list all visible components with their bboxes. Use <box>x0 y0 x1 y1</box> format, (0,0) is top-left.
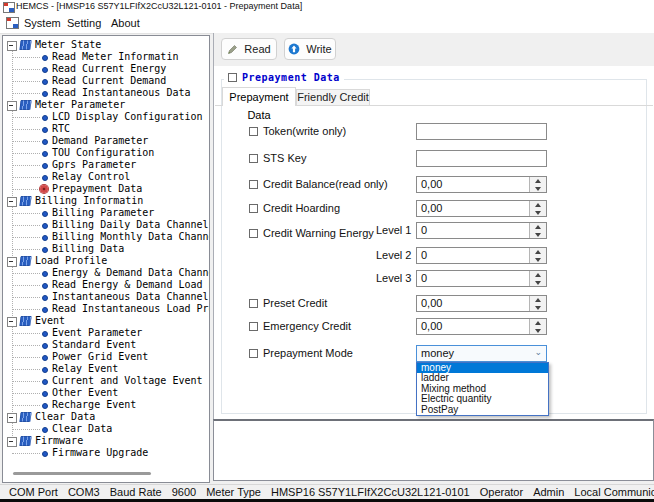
dropdown-option[interactable]: PostPay <box>417 405 548 415</box>
tree-item[interactable]: Event <box>3 315 209 327</box>
tree-item[interactable]: Clear Data <box>3 411 209 423</box>
tree-item[interactable]: Recharge Event <box>3 399 209 411</box>
tree-item[interactable]: Billing Parameter <box>3 207 209 219</box>
tree-item[interactable]: Demand Parameter <box>3 135 209 147</box>
bullet-icon <box>42 79 48 85</box>
credit-balance-label: Credit Balance(read only) <box>263 178 388 190</box>
tree-item[interactable]: Event Parameter <box>3 327 209 339</box>
tree-item[interactable]: Gprs Parameter <box>3 159 209 171</box>
preset-credit-checkbox[interactable] <box>249 299 258 308</box>
tree-item[interactable]: Read Current Energy <box>3 63 209 75</box>
tree-item[interactable]: TOU Configuration <box>3 147 209 159</box>
collapse-expander-icon[interactable] <box>7 437 17 447</box>
spin-down-button[interactable] <box>530 279 546 287</box>
spin-down-button[interactable] <box>530 231 546 239</box>
tree-item[interactable]: Read Instantaneous Data <box>3 87 209 99</box>
tree-item[interactable]: Read Instantaneous Load Profil <box>3 303 209 315</box>
bullet-icon <box>42 355 48 361</box>
emergency-credit-spinner[interactable]: 0,00 <box>416 318 547 335</box>
tree-item[interactable]: Clear Data <box>3 423 209 435</box>
tree-item-label: Event <box>35 315 65 327</box>
bullet-icon <box>42 331 48 337</box>
tree-item-label: Billing Data <box>52 243 124 255</box>
credit-balance-spinner[interactable]: 0,00 <box>416 176 547 193</box>
token-checkbox[interactable] <box>249 127 258 136</box>
tree-item[interactable]: Firmware Upgrade <box>3 447 209 459</box>
tree-item[interactable]: Relay Event <box>3 363 209 375</box>
tree-item[interactable]: Relay Control <box>3 171 209 183</box>
collapse-expander-icon[interactable] <box>7 317 17 327</box>
tree-horizontal-scrollbar[interactable] <box>13 472 151 475</box>
level2-spinner[interactable]: 0 <box>416 247 547 264</box>
prepayment-mode-combobox[interactable]: money ⌄ <box>416 345 547 362</box>
tree-item[interactable]: Power Grid Event <box>3 351 209 363</box>
spin-down-button[interactable] <box>530 185 546 193</box>
level2-label: Level 2 <box>376 249 411 261</box>
bullet-icon <box>42 247 48 253</box>
tree-item[interactable]: Instantaneous Data Channel Con <box>3 291 209 303</box>
collapse-expander-icon[interactable] <box>7 257 17 267</box>
tree-item[interactable]: RTC <box>3 123 209 135</box>
tree-item-label: Meter State <box>35 39 101 51</box>
write-button-label: Write <box>306 43 331 55</box>
tree-item[interactable]: Load Profile <box>3 255 209 267</box>
level1-spinner[interactable]: 0 <box>416 222 547 239</box>
tree-item[interactable]: Billing Data <box>3 243 209 255</box>
sts-key-input[interactable] <box>416 150 547 167</box>
write-button[interactable]: Write <box>284 38 336 60</box>
tree-item[interactable]: Read Current Demand <box>3 75 209 87</box>
dropdown-option[interactable]: ladder <box>417 373 548 383</box>
dropdown-option[interactable]: money <box>417 363 548 373</box>
collapse-expander-icon[interactable] <box>7 197 17 207</box>
preset-credit-spinner[interactable]: 0,00 <box>416 295 547 312</box>
group-checkbox[interactable] <box>228 73 237 82</box>
form-row-prepayment-mode: Prepayment Mode money ⌄ <box>214 345 654 363</box>
tree-item-label: Relay Control <box>52 171 130 183</box>
tree-item[interactable]: Billing Informatin <box>3 195 209 207</box>
collapse-expander-icon[interactable] <box>7 101 17 111</box>
tree-item[interactable]: Other Event <box>3 387 209 399</box>
menu-setting[interactable]: Setting <box>59 13 109 33</box>
credit-hoarding-spinner[interactable]: 0,00 <box>416 200 547 217</box>
tree-item-label: Event Parameter <box>52 327 142 339</box>
level3-spinner[interactable]: 0 <box>416 270 547 287</box>
tree-item[interactable]: Prepayment Data <box>3 183 209 195</box>
spin-down-button[interactable] <box>530 304 546 312</box>
tree-item[interactable]: LCD Display Configuration <box>3 111 209 123</box>
dropdown-option[interactable]: Electric quantity <box>417 394 548 404</box>
tree-item[interactable]: Read Energy & Demand Load Prof <box>3 279 209 291</box>
tree-item-label: LCD Display Configuration <box>52 111 203 123</box>
spin-down-button[interactable] <box>530 256 546 264</box>
emergency-credit-checkbox[interactable] <box>249 322 258 331</box>
tree-item[interactable]: Current and Voltage Event <box>3 375 209 387</box>
menu-about[interactable]: About <box>103 13 148 33</box>
spin-down-button[interactable] <box>530 327 546 335</box>
read-button[interactable]: Read <box>221 38 277 60</box>
credit-hoarding-checkbox[interactable] <box>249 204 258 213</box>
tree-item[interactable]: Read Meter Informatin <box>3 51 209 63</box>
collapse-expander-icon[interactable] <box>7 413 17 423</box>
tree-item[interactable]: Meter Parameter <box>3 99 209 111</box>
collapse-expander-icon[interactable] <box>7 41 17 51</box>
database-icon <box>19 256 31 266</box>
tab-prepayment-data[interactable]: Prepayment Data <box>222 87 296 106</box>
status-segment: Baud Rate <box>105 486 167 498</box>
credit-hoarding-value: 0,00 <box>421 202 442 214</box>
tree-item[interactable]: Meter State <box>3 39 209 51</box>
tree-item[interactable]: Billing Monthly Data Channel C <box>3 231 209 243</box>
tree-item[interactable]: Firmware <box>3 435 209 447</box>
sts-key-checkbox[interactable] <box>249 154 258 163</box>
tree-item[interactable]: Standard Event <box>3 339 209 351</box>
spin-down-button[interactable] <box>530 209 546 217</box>
tree-item-label: Relay Event <box>52 363 118 375</box>
preset-credit-value: 0,00 <box>421 297 442 309</box>
bullet-icon <box>42 391 48 397</box>
dropdown-option[interactable]: Mixing method <box>417 384 548 394</box>
tree-item[interactable]: Energy & Demand Data Channel C <box>3 267 209 279</box>
token-input[interactable] <box>416 123 547 140</box>
tree-item[interactable]: Billing Daily Data Channel Con <box>3 219 209 231</box>
prepayment-mode-checkbox[interactable] <box>249 349 258 358</box>
credit-warning-checkbox[interactable] <box>249 229 258 238</box>
credit-balance-checkbox[interactable] <box>249 180 258 189</box>
tab-friendly-credit[interactable]: Friendly Credit <box>296 89 370 105</box>
